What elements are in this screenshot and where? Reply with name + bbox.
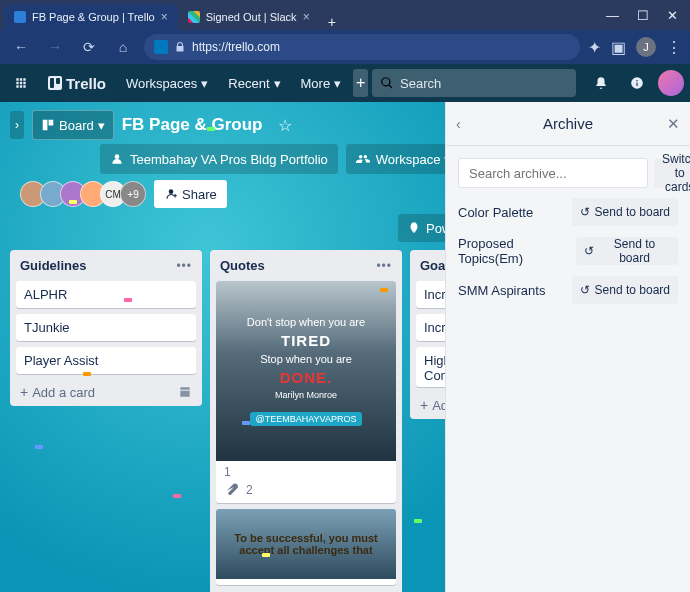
- browser-menu-icon[interactable]: ⋮: [666, 38, 682, 57]
- plus-icon: +: [420, 397, 428, 413]
- nav-reload-button[interactable]: ⟳: [76, 34, 102, 60]
- trello-logo[interactable]: Trello: [40, 69, 114, 97]
- archive-switch-button[interactable]: Switch to cards: [654, 158, 690, 188]
- list-title[interactable]: Guidelines: [20, 258, 86, 273]
- send-label: Send to board: [595, 283, 670, 297]
- new-tab-button[interactable]: +: [320, 14, 344, 30]
- people-icon: [356, 152, 370, 166]
- sidepanel-icon[interactable]: ▣: [611, 38, 626, 57]
- create-button[interactable]: +: [353, 69, 368, 97]
- trello-header: Trello Workspaces▾ Recent▾ More▾ +: [0, 64, 690, 102]
- more-menu[interactable]: More▾: [293, 69, 350, 97]
- list-guidelines: Guidelines ••• ALPHR TJunkie Player Assi…: [10, 250, 202, 406]
- send-label: Send to board: [599, 237, 670, 265]
- quote-text: To be successful, you must accept all ch…: [222, 532, 390, 556]
- quote-line: Stop when you are: [260, 353, 352, 365]
- archive-item-name: SMM Aspirants: [458, 283, 545, 298]
- board-canvas: › Board ▾ FB Page & Group ☆ Teembahay VA…: [0, 102, 690, 592]
- quote-word: TIRED: [281, 332, 331, 349]
- site-favicon: [154, 40, 168, 54]
- archive-search-input[interactable]: [458, 158, 648, 188]
- browser-tab[interactable]: Signed Out | Slack ×: [178, 4, 320, 30]
- member-stack[interactable]: CM +9: [20, 181, 146, 207]
- workspace-pill[interactable]: Teembahay VA Pros Bldg Portfolio: [100, 144, 338, 174]
- attachment-icon: [224, 483, 238, 497]
- list-card-quote[interactable]: To be successful, you must accept all ch…: [216, 509, 396, 585]
- list-card[interactable]: ALPHR: [16, 281, 196, 308]
- tab-close-icon[interactable]: ×: [161, 10, 168, 24]
- list-card-quote[interactable]: Don't stop when you are TIRED Stop when …: [216, 281, 396, 503]
- workspaces-menu[interactable]: Workspaces▾: [118, 69, 216, 97]
- search-input[interactable]: [400, 76, 568, 91]
- chevron-down-icon: ▾: [334, 76, 341, 91]
- list-title[interactable]: Quotes: [220, 258, 265, 273]
- send-to-board-button[interactable]: ↺Send to board: [572, 198, 678, 226]
- menu-label: Workspaces: [126, 76, 197, 91]
- archive-title: Archive: [543, 115, 593, 132]
- send-label: Send to board: [595, 205, 670, 219]
- archive-item: Color Palette ↺Send to board: [458, 198, 678, 226]
- people-icon: [110, 152, 124, 166]
- card-badges: 2: [216, 479, 396, 497]
- star-board-button[interactable]: ☆: [270, 110, 300, 140]
- chevron-down-icon: ▾: [98, 118, 105, 133]
- user-avatar[interactable]: [658, 70, 684, 96]
- list-quotes: Quotes ••• Don't stop when you are TIRED…: [210, 250, 402, 592]
- notifications-button[interactable]: [586, 69, 616, 97]
- tab-close-icon[interactable]: ×: [303, 10, 310, 24]
- menu-label: More: [301, 76, 331, 91]
- info-button[interactable]: [622, 69, 652, 97]
- send-to-board-button[interactable]: ↺Send to board: [572, 276, 678, 304]
- nav-home-button[interactable]: ⌂: [110, 34, 136, 60]
- window-minimize-icon[interactable]: —: [606, 8, 619, 23]
- window-close-icon[interactable]: ✕: [667, 8, 678, 23]
- list-menu-icon[interactable]: •••: [376, 259, 392, 273]
- archive-close-button[interactable]: ✕: [667, 115, 680, 133]
- rocket-icon: [407, 221, 421, 235]
- chevron-down-icon: ▾: [201, 76, 208, 91]
- restore-icon: ↺: [584, 244, 594, 258]
- window-controls: — ☐ ✕: [606, 8, 686, 23]
- plus-icon: +: [20, 384, 28, 400]
- member-overflow[interactable]: +9: [120, 181, 146, 207]
- board-collapse-button[interactable]: ›: [10, 111, 24, 139]
- lock-icon: [174, 41, 186, 53]
- browser-tab-active[interactable]: FB Page & Group | Trello ×: [4, 4, 178, 30]
- browser-extensions: ✦ ▣ J ⋮: [588, 37, 682, 57]
- add-card-button[interactable]: +Add a card: [16, 380, 196, 400]
- workspace-name: Teembahay VA Pros Bldg Portfolio: [130, 152, 328, 167]
- browser-tabs: FB Page & Group | Trello × Signed Out | …: [4, 0, 344, 30]
- template-icon[interactable]: [178, 385, 192, 399]
- info-icon: [630, 76, 644, 90]
- address-bar[interactable]: [144, 34, 580, 60]
- recent-menu[interactable]: Recent▾: [220, 69, 288, 97]
- restore-icon: ↺: [580, 205, 590, 219]
- tab-title: Signed Out | Slack: [206, 11, 297, 23]
- board-view-switcher[interactable]: Board ▾: [32, 110, 114, 140]
- menu-label: Recent: [228, 76, 269, 91]
- archive-item-name: Color Palette: [458, 205, 533, 220]
- profile-avatar[interactable]: J: [636, 37, 656, 57]
- url-input[interactable]: [192, 40, 570, 54]
- list-menu-icon[interactable]: •••: [176, 259, 192, 273]
- send-to-board-button[interactable]: ↺Send to board: [576, 237, 678, 265]
- list-card[interactable]: TJunkie: [16, 314, 196, 341]
- brand-text: Trello: [66, 75, 106, 92]
- nav-forward-button[interactable]: →: [42, 34, 68, 60]
- quote-word: DONE.: [280, 369, 333, 386]
- list-card[interactable]: Player Assist: [16, 347, 196, 374]
- header-search[interactable]: [372, 69, 576, 97]
- apps-menu-button[interactable]: [6, 69, 36, 97]
- archive-item: Proposed Topics(Em) ↺Send to board: [458, 236, 678, 266]
- card-cover-image: Don't stop when you are TIRED Stop when …: [216, 281, 396, 461]
- board-title[interactable]: FB Page & Group: [122, 115, 263, 135]
- archive-back-button[interactable]: ‹: [456, 116, 461, 132]
- share-button[interactable]: Share: [154, 180, 227, 208]
- nav-back-button[interactable]: ←: [8, 34, 34, 60]
- quote-tag: @TEEMBAHAYVAPROS: [250, 412, 363, 426]
- board-icon: [41, 118, 55, 132]
- share-label: Share: [182, 187, 217, 202]
- window-titlebar: FB Page & Group | Trello × Signed Out | …: [0, 0, 690, 30]
- window-maximize-icon[interactable]: ☐: [637, 8, 649, 23]
- extensions-icon[interactable]: ✦: [588, 38, 601, 57]
